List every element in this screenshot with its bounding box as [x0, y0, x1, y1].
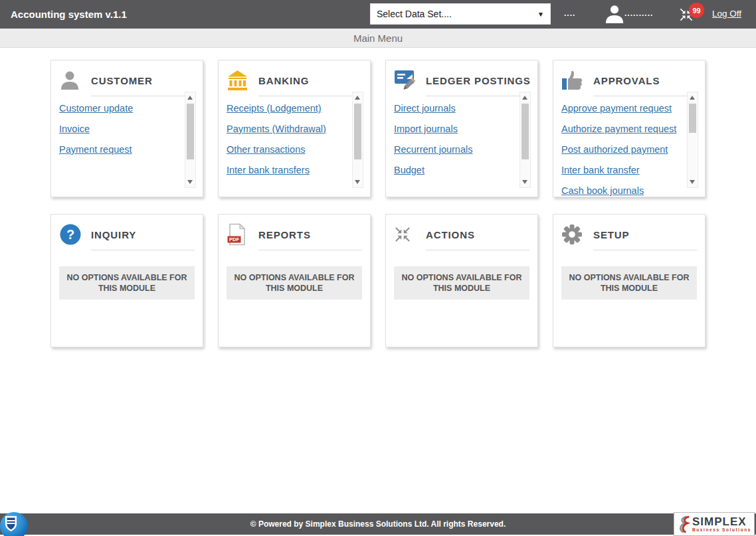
module-card-ledger-postings: LEDGER POSTINGS Direct journalsImport jo…	[385, 60, 538, 197]
module-title: INQUIRY	[91, 229, 136, 240]
card-header: PDF REPORTS	[227, 223, 362, 246]
scroll-down-arrow-icon[interactable]	[187, 180, 193, 184]
card-scrollbar[interactable]	[185, 92, 196, 188]
no-options-message: NO OPTIONS AVAILABLE FOR THIS MODULE	[394, 266, 529, 300]
simplex-subtext: Business Solutions	[692, 528, 751, 533]
module-title: SETUP	[593, 229, 630, 240]
card-header: ACTIONS	[394, 223, 529, 246]
scroll-up-arrow-icon[interactable]	[690, 96, 695, 100]
footer-bar: © Powered by Simplex Business Solutions …	[0, 513, 756, 535]
simplex-logo: SIMPLEX Business Solutions	[674, 512, 755, 536]
header-dots-long: ..........	[624, 9, 653, 18]
module-title: LEDGER POSTINGS	[426, 75, 531, 86]
module-title: ACTIONS	[426, 229, 475, 240]
pdf-icon: PDF	[227, 223, 252, 246]
scroll-thumb[interactable]	[689, 104, 696, 133]
simplex-s-icon	[677, 515, 690, 534]
card-header: LEDGER POSTINGS	[394, 68, 529, 92]
question-icon: ?	[59, 223, 84, 246]
module-links: Customer updateInvoicePayment request	[59, 102, 195, 155]
dataset-select[interactable]: Select Data Set.... ▼	[370, 3, 551, 25]
module-link[interactable]: Import journals	[394, 123, 510, 135]
scroll-up-arrow-icon[interactable]	[522, 96, 527, 100]
thumbs-up-icon	[561, 68, 587, 92]
card-header: BANKING	[227, 68, 362, 92]
module-links: Approve payment requestAuthorize payment…	[561, 102, 697, 197]
header-dots-short: ....	[564, 9, 575, 18]
scroll-thumb[interactable]	[187, 104, 194, 159]
card-scrollbar[interactable]	[687, 92, 698, 188]
footer-copyright: © Powered by Simplex Business Solutions …	[250, 519, 506, 529]
card-header: ? INQUIRY	[59, 223, 195, 246]
gear-icon	[561, 223, 587, 246]
title-divider	[593, 96, 697, 96]
simplex-name: SIMPLEX	[692, 516, 751, 527]
title-divider	[258, 250, 362, 250]
no-options-message: NO OPTIONS AVAILABLE FOR THIS MODULE	[561, 266, 697, 300]
card-header: SETUP	[561, 223, 697, 246]
scroll-up-arrow-icon[interactable]	[355, 96, 360, 100]
module-link[interactable]: Authorize payment request	[561, 123, 677, 135]
module-card-inquiry: ? INQUIRY NO OPTIONS AVAILABLE FOR THIS …	[50, 214, 203, 347]
ledger-pen-icon	[394, 68, 419, 92]
module-link[interactable]: Inter bank transfer	[561, 164, 677, 176]
title-divider	[426, 96, 529, 96]
card-scrollbar[interactable]	[352, 92, 363, 188]
module-link[interactable]: Approve payment request	[561, 102, 677, 114]
module-card-customer: CUSTOMER Customer updateInvoicePayment r…	[50, 60, 203, 197]
module-card-actions: ACTIONS NO OPTIONS AVAILABLE FOR THIS MO…	[385, 214, 538, 347]
log-off-link[interactable]: Log Off	[712, 9, 741, 19]
scroll-up-arrow-icon[interactable]	[187, 96, 193, 100]
no-options-message: NO OPTIONS AVAILABLE FOR THIS MODULE	[59, 266, 195, 300]
title-divider	[593, 250, 697, 250]
person-icon	[59, 68, 84, 92]
module-grid: CUSTOMER Customer updateInvoicePayment r…	[50, 60, 706, 347]
module-link[interactable]: Recurrent journals	[394, 143, 510, 155]
user-avatar-icon[interactable]	[604, 3, 625, 25]
module-title: APPROVALS	[593, 75, 660, 86]
scroll-down-arrow-icon[interactable]	[690, 180, 695, 184]
title-divider	[91, 250, 195, 250]
page-title: Main Menu	[353, 33, 403, 44]
title-divider	[91, 96, 195, 96]
title-divider	[426, 250, 529, 250]
scroll-down-arrow-icon[interactable]	[522, 180, 527, 184]
module-link[interactable]: Invoice	[59, 123, 175, 135]
module-link[interactable]: Direct journals	[394, 102, 510, 114]
module-link[interactable]: Payments (Withdrawal)	[227, 123, 342, 135]
shield-logo-icon	[0, 511, 29, 536]
module-links: Receipts (Lodgement)Payments (Withdrawal…	[227, 102, 362, 176]
module-title: REPORTS	[258, 229, 311, 240]
scroll-thumb[interactable]	[354, 104, 361, 159]
title-divider	[258, 96, 362, 96]
notification-badge: 99	[689, 3, 704, 18]
card-header: APPROVALS	[561, 68, 697, 92]
module-link[interactable]: Other transactions	[227, 143, 342, 155]
app-title: Accounting system v.1.1	[11, 9, 127, 20]
module-link[interactable]: Inter bank transfers	[227, 164, 342, 176]
top-header-bar: Accounting system v.1.1 Select Data Set.…	[0, 0, 756, 29]
dataset-select-value: Select Data Set....	[377, 9, 452, 19]
card-header: CUSTOMER	[59, 68, 195, 92]
module-link[interactable]: Customer update	[59, 102, 175, 114]
module-title: CUSTOMER	[91, 75, 153, 86]
chevron-down-icon: ▼	[537, 11, 544, 18]
module-link[interactable]: Cash book journals	[561, 185, 677, 197]
module-link[interactable]: Post authorized payment	[561, 143, 677, 155]
module-link[interactable]: Receipts (Lodgement)	[227, 102, 342, 114]
no-options-message: NO OPTIONS AVAILABLE FOR THIS MODULE	[227, 266, 362, 300]
module-link[interactable]: Payment request	[59, 143, 175, 155]
scroll-down-arrow-icon[interactable]	[355, 180, 360, 184]
module-card-banking: BANKING Receipts (Lodgement)Payments (Wi…	[218, 60, 371, 197]
content-area: CUSTOMER Customer updateInvoicePayment r…	[50, 60, 706, 347]
card-scrollbar[interactable]	[520, 92, 531, 188]
module-card-approvals: APPROVALS Approve payment requestAuthori…	[553, 60, 706, 197]
module-title: BANKING	[258, 75, 309, 86]
module-links: Direct journalsImport journalsRecurrent …	[394, 102, 529, 176]
svg-text:?: ?	[66, 227, 74, 242]
main-menu-bar: Main Menu	[0, 29, 756, 48]
module-link[interactable]: Budget	[394, 164, 510, 176]
scroll-thumb[interactable]	[521, 104, 529, 159]
simplex-logo-text: SIMPLEX Business Solutions	[692, 516, 751, 533]
compress-icon	[394, 223, 419, 246]
